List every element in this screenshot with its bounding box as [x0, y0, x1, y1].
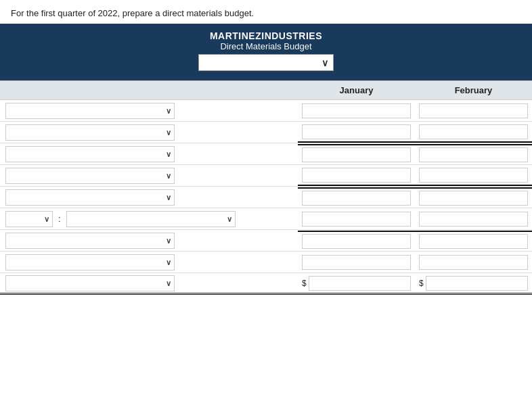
row-select-2[interactable]	[5, 124, 175, 141]
label-cell-3	[0, 145, 298, 164]
row-select-9[interactable]	[5, 275, 175, 291]
jan-cell-1	[298, 101, 415, 120]
label-cell-7	[0, 231, 298, 250]
column-headers: January February	[0, 80, 532, 100]
jan-cell-8	[298, 253, 415, 272]
feb-cell-9: $	[415, 274, 532, 293]
jan-input-8[interactable]	[302, 255, 411, 270]
budget-table: MARTINEZINDUSTRIES Direct Materials Budg…	[0, 24, 532, 308]
table-row	[0, 122, 532, 143]
colon-separator: :	[56, 214, 64, 224]
row-select-wrapper-1	[5, 103, 175, 119]
row-select-wrapper-8	[5, 254, 175, 270]
feb-cell-6	[415, 210, 532, 229]
label-cell-1	[0, 101, 298, 120]
feb-input-1[interactable]	[419, 103, 528, 118]
feb-cell-7	[415, 231, 532, 251]
jan-input-2[interactable]	[302, 124, 411, 139]
header-select-wrapper: Q1 2022 Q2 2022 Q3 2022	[198, 54, 334, 71]
february-column-header: February	[415, 81, 532, 99]
row-select-wrapper-4	[5, 168, 175, 184]
dollar-sign-feb: $	[419, 279, 424, 288]
feb-cell-3	[415, 144, 532, 164]
dollar-sign-jan: $	[302, 279, 307, 288]
label-column-header	[0, 81, 298, 99]
january-column-header: January	[298, 81, 415, 99]
label-cell-4	[0, 166, 298, 185]
row-select-8[interactable]	[5, 254, 175, 270]
row-select-5[interactable]	[5, 189, 175, 206]
table-row	[0, 230, 532, 252]
budget-title: Direct Materials Budget	[0, 41, 532, 51]
jan-input-7[interactable]	[302, 234, 411, 249]
budget-header: MARTINEZINDUSTRIES Direct Materials Budg…	[0, 24, 532, 80]
header-dropdown-row: Q1 2022 Q2 2022 Q3 2022	[0, 51, 532, 76]
intro-text: For the first quarter of 2022, prepare a…	[0, 0, 532, 24]
table-row	[0, 165, 532, 187]
feb-cell-2	[415, 122, 532, 143]
label-cell-5	[0, 188, 298, 207]
feb-cell-4	[415, 166, 532, 186]
jan-input-6[interactable]	[302, 212, 411, 227]
jan-input-4[interactable]	[302, 168, 411, 183]
row-select-1[interactable]	[5, 103, 175, 119]
feb-input-6[interactable]	[419, 212, 528, 227]
row-select-3[interactable]	[5, 146, 175, 162]
jan-input-9[interactable]	[309, 276, 411, 291]
row-select-wrapper-6b	[66, 211, 236, 227]
label-cell-9	[0, 274, 298, 293]
label-cell-2	[0, 123, 298, 142]
row-select-wrapper-6a	[5, 211, 53, 227]
jan-cell-7	[298, 231, 415, 251]
table-row	[0, 143, 532, 165]
jan-input-1[interactable]	[302, 103, 411, 118]
jan-cell-4	[298, 166, 415, 186]
feb-input-7[interactable]	[419, 234, 528, 249]
jan-cell-3	[298, 144, 415, 164]
row-select-wrapper-9	[5, 275, 175, 291]
row-select-6a[interactable]	[5, 211, 53, 227]
label-cell-8	[0, 253, 298, 272]
feb-input-4[interactable]	[419, 168, 528, 183]
row-select-wrapper-3	[5, 146, 175, 162]
feb-cell-8	[415, 253, 532, 272]
row-select-4[interactable]	[5, 168, 175, 184]
row-select-6b[interactable]	[66, 211, 236, 227]
jan-cell-5	[298, 187, 415, 208]
header-dropdown[interactable]: Q1 2022 Q2 2022 Q3 2022	[198, 54, 334, 71]
jan-input-3[interactable]	[302, 147, 411, 162]
row-select-wrapper-5	[5, 189, 175, 206]
jan-cell-6	[298, 210, 415, 229]
feb-cell-5	[415, 187, 532, 208]
jan-cell-9: $	[298, 274, 415, 293]
feb-input-8[interactable]	[419, 255, 528, 270]
row-select-wrapper-7	[5, 233, 175, 249]
feb-input-9[interactable]	[426, 276, 528, 291]
feb-input-3[interactable]	[419, 147, 528, 162]
table-row	[0, 187, 532, 208]
label-cell-6: :	[0, 210, 298, 229]
row-select-7[interactable]	[5, 233, 175, 249]
row-select-wrapper-2	[5, 124, 175, 141]
table-row	[0, 252, 532, 273]
feb-input-5[interactable]	[419, 191, 528, 206]
jan-input-5[interactable]	[302, 191, 411, 206]
feb-input-2[interactable]	[419, 124, 528, 139]
table-row: :	[0, 208, 532, 230]
feb-cell-1	[415, 101, 532, 120]
table-row	[0, 100, 532, 122]
company-name: MARTINEZINDUSTRIES	[0, 30, 532, 41]
jan-cell-2	[298, 122, 415, 143]
table-row: $ $	[0, 273, 532, 295]
